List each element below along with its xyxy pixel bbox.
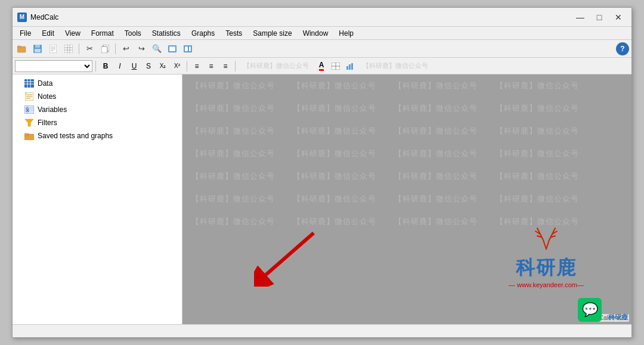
- toolbar-separator-1: [79, 43, 79, 54]
- menu-statistics[interactable]: Statistics: [147, 28, 185, 39]
- svg-text:x̄: x̄: [26, 107, 30, 113]
- new-button[interactable]: [46, 42, 60, 56]
- format-separator-2: [187, 61, 187, 72]
- menu-edit[interactable]: Edit: [37, 28, 59, 39]
- sidebar-item-variables[interactable]: x̄ Variables: [13, 103, 182, 116]
- svg-rect-44: [24, 133, 29, 136]
- format-toolbar: B I U S X₂ X² ≡ ≡ ≡ 【科研鹿】微信公众号 A 【科研鹿】微信…: [13, 58, 631, 74]
- status-bar: [13, 324, 631, 337]
- svg-rect-1: [17, 46, 21, 48]
- variables-icon: x̄: [24, 105, 34, 114]
- window-controls: — □ ✕: [572, 11, 627, 24]
- superscript-button[interactable]: X²: [171, 60, 184, 72]
- main-content: Data Notes: [13, 74, 631, 324]
- save-button[interactable]: [30, 42, 45, 56]
- brand-name: 科研鹿: [509, 255, 584, 281]
- menu-bar: File Edit View Format Tools Statistics G…: [13, 27, 631, 40]
- svg-rect-26: [351, 63, 353, 70]
- sidebar-item-notes-label: Notes: [38, 92, 56, 101]
- underline-button[interactable]: U: [128, 60, 141, 72]
- extra-button1[interactable]: [165, 42, 179, 56]
- zoom-button[interactable]: 🔍: [150, 42, 164, 56]
- watermark-text-3: 【科研鹿】微信公众号: [385, 79, 487, 92]
- sidebar-item-filters[interactable]: Filters: [13, 116, 182, 129]
- grid-button[interactable]: [61, 42, 76, 56]
- brand-website: — www.keyandeer.com—: [509, 281, 584, 288]
- menu-format[interactable]: Format: [86, 28, 119, 39]
- align-center-button[interactable]: ≡: [205, 60, 218, 72]
- svg-rect-24: [346, 66, 348, 70]
- version-badge: MedCalc® v20: [585, 314, 629, 322]
- sidebar-item-saved-label: Saved tests and graphs: [38, 132, 113, 140]
- open-button[interactable]: [15, 42, 29, 56]
- close-button[interactable]: ✕: [610, 11, 627, 24]
- undo-button[interactable]: ↩: [119, 42, 133, 56]
- menu-samplesize[interactable]: Sample size: [248, 28, 296, 39]
- minimize-button[interactable]: —: [572, 11, 589, 24]
- menu-view[interactable]: View: [60, 28, 85, 39]
- main-toolbar: ✂ ↩ ↪ 🔍 ?: [13, 40, 631, 58]
- sidebar-item-saved[interactable]: Saved tests and graphs: [13, 129, 182, 142]
- notes-icon: [24, 92, 34, 101]
- deer-icon: [528, 225, 564, 255]
- filter-icon: [24, 118, 34, 128]
- sidebar-item-filters-label: Filters: [38, 119, 57, 127]
- copy-button[interactable]: [98, 42, 112, 56]
- app-icon: M: [17, 13, 27, 22]
- redo-button[interactable]: ↪: [134, 42, 148, 56]
- subscript-button[interactable]: X₂: [156, 60, 169, 72]
- toolbar-separator-2: [115, 43, 116, 54]
- maximize-button[interactable]: □: [591, 11, 608, 24]
- svg-rect-25: [349, 64, 351, 70]
- watermark-overlay: 【科研鹿】微信公众号 【科研鹿】微信公众号 【科研鹿】微信公众号 【科研鹿】微信…: [182, 74, 631, 324]
- insert-chart-button[interactable]: [343, 60, 357, 72]
- work-area[interactable]: 【科研鹿】微信公众号 【科研鹿】微信公众号 【科研鹿】微信公众号 【科研鹿】微信…: [182, 74, 631, 324]
- format-separator-1: [95, 61, 96, 72]
- format-watermark: 【科研鹿】微信公众号: [239, 61, 314, 70]
- svg-rect-3: [35, 45, 40, 48]
- svg-rect-15: [101, 46, 107, 53]
- menu-file[interactable]: File: [15, 28, 36, 39]
- red-arrow: [254, 227, 326, 288]
- data-icon: [24, 79, 34, 88]
- extra-button2[interactable]: [181, 42, 195, 56]
- svg-marker-42: [25, 119, 33, 126]
- font-selector[interactable]: [15, 60, 92, 72]
- main-window: M MedCalc — □ ✕ File Edit View Format To…: [12, 7, 632, 338]
- svg-rect-20: [189, 46, 191, 51]
- watermark-text-1: 【科研鹿】微信公众号: [182, 79, 284, 92]
- sidebar-panel: Data Notes: [13, 74, 182, 324]
- sidebar-item-variables-label: Variables: [38, 105, 67, 114]
- menu-help[interactable]: Help: [334, 28, 358, 39]
- watermark-text-4: 【科研鹿】微信公众号: [487, 79, 588, 92]
- brand-logo: 科研鹿 — www.keyandeer.com—: [509, 225, 584, 288]
- sidebar-item-data[interactable]: Data: [13, 77, 182, 90]
- title-bar: M MedCalc — □ ✕: [13, 8, 631, 27]
- svg-rect-27: [24, 79, 34, 88]
- folder-icon: [24, 131, 34, 141]
- menu-tools[interactable]: Tools: [120, 28, 146, 39]
- svg-rect-17: [169, 46, 175, 51]
- format-separator-3: [235, 61, 236, 72]
- sidebar-item-notes[interactable]: Notes: [13, 90, 182, 103]
- strikethrough-button[interactable]: S: [142, 60, 155, 72]
- svg-rect-9: [64, 45, 73, 53]
- font-color-button[interactable]: A: [315, 60, 328, 72]
- insert-table-button[interactable]: [329, 60, 342, 72]
- italic-button[interactable]: I: [113, 60, 126, 72]
- svg-line-46: [266, 233, 314, 275]
- watermark-text-2: 【科研鹿】微信公众号: [284, 79, 385, 92]
- svg-rect-4: [35, 49, 41, 52]
- align-right-button[interactable]: ≡: [219, 60, 232, 72]
- align-left-button[interactable]: ≡: [190, 60, 203, 72]
- sidebar-item-data-label: Data: [38, 79, 52, 88]
- cut-button[interactable]: ✂: [82, 42, 97, 56]
- help-button[interactable]: ?: [616, 42, 629, 55]
- format-watermark2: 【科研鹿】微信公众号: [358, 61, 433, 70]
- window-title: MedCalc: [30, 13, 572, 21]
- menu-tests[interactable]: Tests: [221, 28, 247, 39]
- bold-button[interactable]: B: [99, 60, 112, 72]
- menu-graphs[interactable]: Graphs: [187, 28, 219, 39]
- svg-rect-19: [185, 46, 188, 51]
- menu-window[interactable]: Window: [298, 28, 333, 39]
